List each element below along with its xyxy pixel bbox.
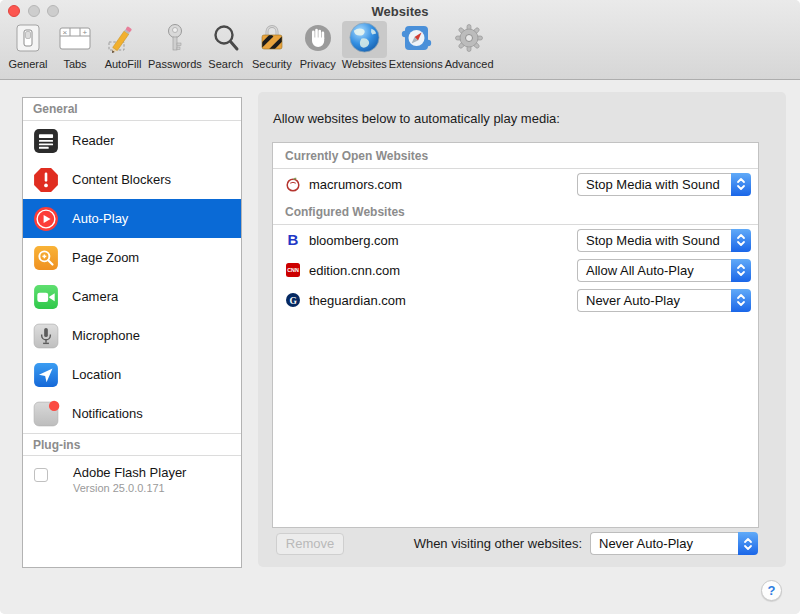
extensions-puzzle-icon [399, 23, 433, 57]
policy-dropdown-bloomberg[interactable]: Stop Media with Sound [577, 229, 751, 252]
auto-play-icon [33, 206, 59, 232]
autofill-pencil-icon [106, 23, 140, 57]
sidebar-item-notifications[interactable]: Notifications [23, 394, 241, 433]
tab-search-label: Search [208, 58, 243, 70]
tab-security[interactable]: Security [250, 21, 294, 70]
flash-enable-checkbox[interactable] [34, 468, 48, 482]
site-name: bloomberg.com [309, 233, 569, 248]
dropdown-stepper-icon [731, 289, 751, 312]
other-websites-label: When visiting other websites: [414, 536, 582, 551]
plugin-version: Version 25.0.0.171 [73, 482, 186, 494]
tab-websites[interactable]: Websites [342, 21, 387, 70]
tab-extensions[interactable]: Extensions [389, 21, 443, 70]
sidebar-item-content-blockers[interactable]: Content Blockers [23, 160, 241, 199]
site-row-cnn[interactable]: CNN edition.cnn.com Allow All Auto-Play [273, 255, 758, 285]
policy-dropdown-macrumors[interactable]: Stop Media with Sound [577, 173, 751, 196]
remove-button[interactable]: Remove [276, 533, 344, 555]
tab-advanced-label: Advanced [445, 58, 494, 70]
policy-value: Stop Media with Sound [577, 229, 731, 252]
dropdown-stepper-icon [738, 532, 758, 555]
tab-autofill[interactable]: AutoFill [100, 21, 146, 70]
policy-value: Never Auto-Play [590, 532, 738, 555]
tab-passwords[interactable]: Passwords [148, 21, 202, 70]
policy-value: Allow All Auto-Play [577, 259, 731, 282]
cnn-favicon: CNN [285, 262, 301, 278]
tab-general-label: General [8, 58, 47, 70]
site-name: edition.cnn.com [309, 263, 569, 278]
svg-text:+: + [83, 27, 88, 36]
sidebar-item-reader[interactable]: Reader [23, 121, 241, 160]
tab-passwords-label: Passwords [148, 58, 202, 70]
window-title: Websites [0, 4, 800, 19]
notifications-icon [33, 401, 59, 427]
sidebar-item-location[interactable]: Location [23, 355, 241, 394]
tab-general[interactable]: General [6, 21, 50, 70]
content-area: General Reader [0, 81, 800, 614]
svg-text:G: G [290, 296, 298, 306]
tab-tabs[interactable]: × + Tabs [52, 21, 98, 70]
site-name: theguardian.com [309, 293, 569, 308]
privacy-hand-icon [303, 23, 333, 57]
policy-value: Never Auto-Play [577, 289, 731, 312]
tab-search[interactable]: Search [204, 21, 248, 70]
other-websites-dropdown[interactable]: Never Auto-Play [590, 532, 758, 555]
sidebar-section-general: General [23, 98, 241, 121]
site-row-macrumors[interactable]: macrumors.com Stop Media with Sound [273, 169, 758, 199]
sidebar-section-plugins: Plug-ins [23, 433, 241, 456]
site-name: macrumors.com [309, 177, 569, 192]
tab-tabs-label: Tabs [63, 58, 86, 70]
tab-extensions-label: Extensions [389, 58, 443, 70]
tab-advanced[interactable]: Advanced [445, 21, 494, 70]
policy-dropdown-cnn[interactable]: Allow All Auto-Play [577, 259, 751, 282]
tabs-window-icon: × + [58, 23, 92, 57]
svg-text:×: × [63, 27, 68, 36]
tab-security-label: Security [252, 58, 292, 70]
sidebar-item-label: Microphone [72, 328, 140, 343]
sidebar-item-auto-play[interactable]: Auto-Play [23, 199, 241, 238]
dropdown-stepper-icon [731, 229, 751, 252]
plugin-adobe-flash: Adobe Flash Player Version 25.0.0.171 [23, 456, 241, 494]
sidebar-item-label: Page Zoom [72, 250, 139, 265]
page-zoom-icon [33, 245, 59, 271]
preferences-toolbar: General × + Tabs [5, 21, 495, 70]
plugin-name: Adobe Flash Player [73, 465, 186, 480]
bloomberg-favicon: B [285, 232, 301, 248]
security-lock-icon [258, 23, 286, 57]
macrumors-favicon [285, 176, 301, 192]
window-chrome: Websites General [0, 0, 800, 80]
advanced-gear-icon [454, 23, 484, 57]
preferences-window: Websites General [0, 0, 800, 614]
content-blockers-icon [33, 167, 59, 193]
websites-sidebar: General Reader [22, 97, 242, 568]
general-switch-icon [14, 23, 42, 57]
sidebar-item-label: Notifications [72, 406, 143, 421]
panel-footer: Remove When visiting other websites: Nev… [276, 532, 758, 555]
sidebar-item-page-zoom[interactable]: Page Zoom [23, 238, 241, 277]
microphone-icon [33, 323, 59, 349]
reader-icon [33, 128, 59, 154]
svg-text:CNN: CNN [287, 267, 299, 273]
tab-privacy-label: Privacy [300, 58, 336, 70]
policy-dropdown-guardian[interactable]: Never Auto-Play [577, 289, 751, 312]
location-icon [33, 362, 59, 388]
websites-globe-icon [348, 21, 381, 58]
search-magnifier-icon [211, 23, 241, 57]
dropdown-stepper-icon [731, 173, 751, 196]
tab-websites-label: Websites [342, 58, 387, 70]
sidebar-item-camera[interactable]: Camera [23, 277, 241, 316]
tab-privacy[interactable]: Privacy [296, 21, 340, 70]
sidebar-item-microphone[interactable]: Microphone [23, 316, 241, 355]
sidebar-item-label: Location [72, 367, 121, 382]
dropdown-stepper-icon [731, 259, 751, 282]
panel-heading: Allow websites below to automatically pl… [273, 111, 560, 126]
passwords-key-icon [164, 23, 186, 57]
sidebar-item-label: Reader [72, 133, 115, 148]
tab-autofill-label: AutoFill [105, 58, 142, 70]
policy-value: Stop Media with Sound [577, 173, 731, 196]
help-button[interactable]: ? [761, 580, 782, 601]
site-row-bloomberg[interactable]: B bloomberg.com Stop Media with Sound [273, 225, 758, 255]
camera-icon [33, 284, 59, 310]
sidebar-item-label: Content Blockers [72, 172, 171, 187]
svg-text:B: B [288, 232, 299, 248]
site-row-guardian[interactable]: G theguardian.com Never Auto-Play [273, 285, 758, 315]
